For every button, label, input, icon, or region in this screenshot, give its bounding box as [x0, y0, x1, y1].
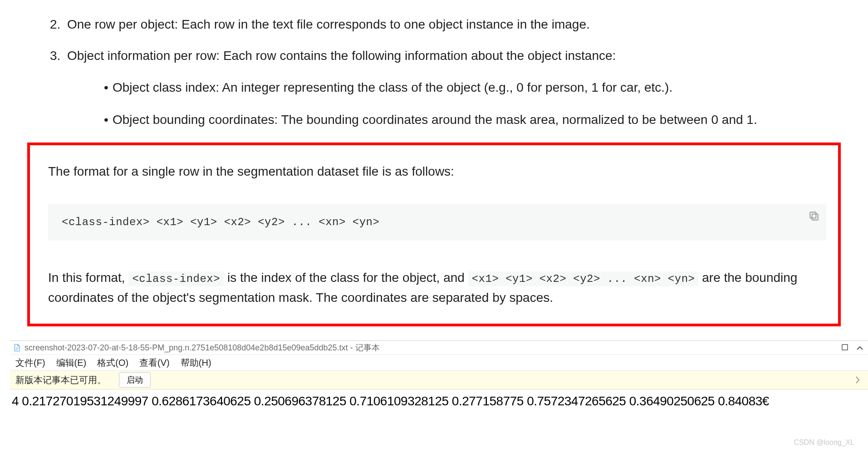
list-number: 3. — [50, 46, 67, 65]
notepad-title: screenshot-2023-07-20-at-5-18-55-PM_png.… — [25, 342, 380, 353]
bullet-text: Object class index: An integer represent… — [113, 78, 672, 97]
copy-icon[interactable] — [808, 210, 820, 222]
bullet-icon: • — [100, 110, 113, 129]
menu-edit[interactable]: 编辑(E) — [56, 357, 87, 369]
code-content: <class-index> <x1> <y1> <x2> <y2> ... <x… — [62, 216, 379, 228]
menu-view[interactable]: 查看(V) — [139, 357, 170, 369]
inline-code: <x1> <y1> <x2> <y2> ... <xn> <yn> — [468, 271, 699, 286]
chevron-up-icon[interactable] — [856, 343, 863, 353]
highlighted-box: The format for a single row in the segme… — [27, 143, 841, 326]
maximize-icon[interactable] — [842, 343, 848, 353]
explain-text: is the index of the class for the object… — [224, 271, 468, 285]
notepad-menubar: 文件(F) 编辑(E) 格式(O) 查看(V) 帮助(H) — [10, 355, 868, 371]
format-intro-text: The format for a single row in the segme… — [48, 162, 826, 181]
file-icon — [13, 343, 21, 353]
launch-button[interactable]: 启动 — [119, 372, 151, 388]
svg-rect-1 — [810, 212, 816, 218]
chevron-right-icon[interactable] — [855, 376, 863, 384]
watermark: CSDN @loong_XL — [794, 438, 854, 447]
banner-text: 新版本记事本已可用。 — [15, 374, 106, 386]
bullet-item-2: • Object bounding coordinates: The bound… — [100, 110, 841, 129]
list-number: 2. — [50, 15, 67, 34]
notepad-update-banner: 新版本记事本已可用。 启动 — [10, 371, 868, 389]
bullet-text: Object bounding coordinates: The boundin… — [113, 110, 757, 129]
inline-code: <class-index> — [128, 271, 224, 286]
explain-text: In this format, — [48, 271, 128, 285]
menu-help[interactable]: 帮助(H) — [181, 357, 211, 369]
bullet-item-1: • Object class index: An integer represe… — [100, 78, 841, 97]
explanation-paragraph: In this format, <class-index> is the ind… — [48, 268, 826, 307]
list-text: One row per object: Each row in the text… — [67, 15, 590, 34]
documentation-area: 2. One row per object: Each row in the t… — [0, 0, 868, 326]
notepad-content[interactable]: 4 0.21727019531249997 0.6286173640625 0.… — [10, 389, 868, 413]
ordered-item-3: 3. Object information per row: Each row … — [50, 46, 841, 65]
code-block: <class-index> <x1> <y1> <x2> <y2> ... <x… — [48, 204, 826, 241]
bullet-icon: • — [100, 78, 113, 97]
svg-rect-0 — [812, 214, 818, 220]
ordered-item-2: 2. One row per object: Each row in the t… — [50, 15, 841, 34]
menu-file[interactable]: 文件(F) — [15, 357, 45, 369]
list-text: Object information per row: Each row con… — [67, 46, 616, 65]
svg-rect-5 — [842, 345, 848, 350]
menu-format[interactable]: 格式(O) — [97, 357, 128, 369]
notepad-window: screenshot-2023-07-20-at-5-18-55-PM_png.… — [10, 340, 868, 413]
notepad-titlebar: screenshot-2023-07-20-at-5-18-55-PM_png.… — [10, 341, 868, 355]
